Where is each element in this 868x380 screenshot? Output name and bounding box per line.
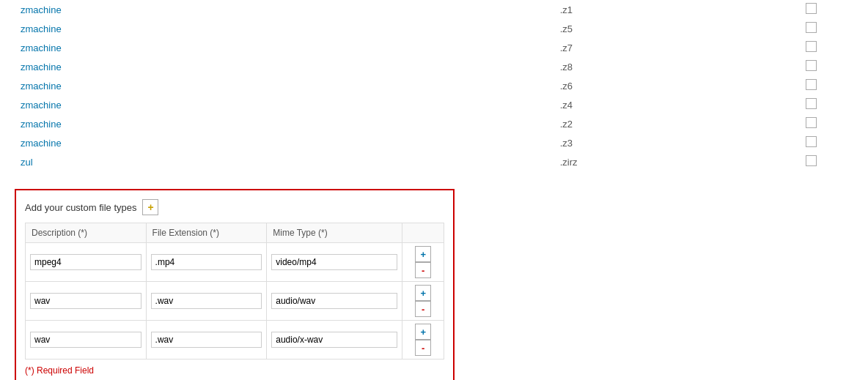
mime-input[interactable] (271, 332, 397, 348)
custom-type-extension-cell (146, 321, 267, 359)
file-list-row: zul .zirz (15, 152, 853, 171)
extension-input[interactable] (151, 332, 262, 348)
file-type-checkbox[interactable] (770, 152, 853, 171)
file-type-name[interactable]: zmachine (15, 76, 554, 95)
file-type-list: zmachine .z1 zmachine .z5 zmachine .z7 (15, 0, 853, 171)
add-row-button[interactable]: + (415, 285, 431, 301)
file-type-name[interactable]: zmachine (15, 57, 554, 76)
add-row-button[interactable]: + (415, 246, 431, 262)
file-type-checkbox[interactable] (770, 38, 853, 57)
file-type-checkbox[interactable] (770, 57, 853, 76)
remove-row-button[interactable]: - (415, 262, 431, 278)
file-list-row: zmachine .z5 (15, 19, 853, 38)
custom-type-row: + - (26, 243, 444, 282)
file-type-ext: .z2 (554, 114, 770, 133)
remove-row-button[interactable]: - (415, 301, 431, 317)
mime-input[interactable] (271, 254, 397, 270)
file-type-ext: .z6 (554, 76, 770, 95)
file-list-row: zmachine .z2 (15, 114, 853, 133)
file-type-name[interactable]: zmachine (15, 0, 554, 19)
file-list-row: zmachine .z7 (15, 38, 853, 57)
file-type-name[interactable]: zmachine (15, 38, 554, 57)
file-list-row: zmachine .z4 (15, 95, 853, 114)
custom-file-types-section: Add your custom file types + Description… (15, 189, 455, 380)
file-list-row: zmachine .z1 (15, 0, 853, 19)
custom-type-row: + - (26, 321, 444, 359)
add-row-button[interactable]: + (415, 324, 431, 340)
file-type-checkbox[interactable] (770, 0, 853, 19)
custom-type-actions-cell: + - (402, 321, 444, 359)
custom-type-description-cell (26, 321, 147, 359)
description-input[interactable] (30, 293, 141, 309)
file-type-name[interactable]: zmachine (15, 114, 554, 133)
file-type-name[interactable]: zmachine (15, 133, 554, 152)
file-type-ext: .z1 (554, 0, 770, 19)
custom-type-mime-cell (267, 282, 402, 321)
custom-types-table: Description (*) File Extension (*) Mime … (25, 223, 444, 359)
file-type-name[interactable]: zmachine (15, 95, 554, 114)
custom-type-extension-cell (146, 243, 267, 282)
col-header-actions (402, 223, 444, 243)
custom-type-actions-cell: + - (402, 282, 444, 321)
col-header-description: Description (*) (26, 223, 147, 243)
custom-type-description-cell (26, 282, 147, 321)
file-list-row: zmachine .z6 (15, 76, 853, 95)
file-type-checkbox[interactable] (770, 95, 853, 114)
file-list-row: zmachine .z8 (15, 57, 853, 76)
custom-type-mime-cell (267, 243, 402, 282)
remove-row-button[interactable]: - (415, 340, 431, 356)
file-type-ext: .zirz (554, 152, 770, 171)
col-header-mime: Mime Type (*) (267, 223, 402, 243)
extension-input[interactable] (151, 254, 262, 270)
file-type-ext: .z5 (554, 19, 770, 38)
extension-input[interactable] (151, 293, 262, 309)
description-input[interactable] (30, 254, 141, 270)
custom-type-extension-cell (146, 282, 267, 321)
file-type-ext: .z4 (554, 95, 770, 114)
file-list-row: zmachine .z3 (15, 133, 853, 152)
required-field-note: (*) Required Field (25, 365, 444, 376)
file-type-ext: .z3 (554, 133, 770, 152)
add-custom-type-button[interactable]: + (142, 199, 158, 215)
file-type-name[interactable]: zmachine (15, 19, 554, 38)
custom-type-actions-cell: + - (402, 243, 444, 282)
description-input[interactable] (30, 332, 141, 348)
file-type-checkbox[interactable] (770, 114, 853, 133)
file-type-checkbox[interactable] (770, 133, 853, 152)
file-type-ext: .z8 (554, 57, 770, 76)
file-type-name[interactable]: zul (15, 152, 554, 171)
file-type-checkbox[interactable] (770, 76, 853, 95)
col-header-extension: File Extension (*) (146, 223, 267, 243)
custom-type-row: + - (26, 282, 444, 321)
mime-input[interactable] (271, 293, 397, 309)
file-type-ext: .z7 (554, 38, 770, 57)
file-type-checkbox[interactable] (770, 19, 853, 38)
custom-type-mime-cell (267, 321, 402, 359)
custom-type-description-cell (26, 243, 147, 282)
custom-section-title: Add your custom file types (25, 202, 136, 213)
